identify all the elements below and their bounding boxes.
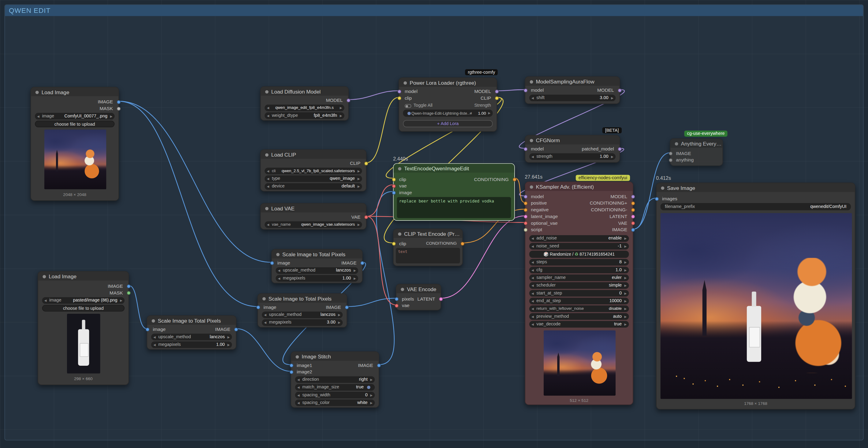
output-port-model[interactable] <box>631 194 635 198</box>
collapse-dot-icon[interactable] <box>661 187 664 190</box>
collapse-dot-icon[interactable] <box>152 319 155 323</box>
node-title-bar[interactable]: ModelSamplingAuraFlow <box>525 77 620 86</box>
node-load-clip[interactable]: Load CLIP CLIP ◀cliqwen_2.5_vl_7b_fp8_sc… <box>260 150 366 192</box>
collapse-dot-icon[interactable] <box>265 90 269 94</box>
next-arrow-icon[interactable]: ▶ <box>488 109 491 117</box>
input-port-negative[interactable] <box>524 207 527 212</box>
preview-method-widget[interactable]: ◀preview_methodauto▶ <box>529 313 629 320</box>
image-combo-widget[interactable]: ◀imagepasted/image (86).png▶ <box>42 297 125 304</box>
output-port-conditioning[interactable] <box>461 242 464 246</box>
device-widget[interactable]: ◀devicedefault▶ <box>265 183 362 190</box>
noise-seed-widget[interactable]: ◀noise_seed-1▶ <box>529 243 629 250</box>
prev-arrow-icon[interactable]: ◀ <box>267 104 269 111</box>
next-arrow-icon[interactable]: ▶ <box>624 290 627 297</box>
input-port-clip[interactable] <box>397 96 401 100</box>
upscale-method-widget[interactable]: ◀upscale_methodlanczos▶ <box>276 267 358 274</box>
next-arrow-icon[interactable]: ▶ <box>338 319 341 326</box>
prev-arrow-icon[interactable]: ◀ <box>278 275 280 282</box>
output-port-image[interactable] <box>360 261 364 265</box>
node-title-bar[interactable]: CLIP Text Encode (Pr… <box>394 229 462 238</box>
output-port-latent[interactable] <box>631 214 635 218</box>
collapse-dot-icon[interactable] <box>530 80 533 84</box>
toggle-dot-icon[interactable] <box>367 386 371 389</box>
output-port-image[interactable] <box>377 363 381 367</box>
output-port-latent[interactable] <box>439 297 443 301</box>
input-port-optional-vae[interactable] <box>524 221 527 225</box>
collapse-dot-icon[interactable] <box>404 81 407 85</box>
group-header[interactable]: QWEN EDIT <box>5 5 863 16</box>
output-port-clip[interactable] <box>364 161 368 165</box>
input-port-clip[interactable] <box>392 178 396 181</box>
next-arrow-icon[interactable]: ▶ <box>120 297 122 304</box>
prev-arrow-icon[interactable]: ◀ <box>278 267 280 274</box>
input-port-script[interactable] <box>524 228 527 232</box>
prev-arrow-icon[interactable]: ◀ <box>531 259 534 266</box>
next-arrow-icon[interactable]: ▶ <box>370 399 373 406</box>
next-arrow-icon[interactable]: ▶ <box>227 341 230 348</box>
node-clip-text-encode[interactable]: CLIP Text Encode (Pr… clipCONDITIONING t… <box>393 228 463 266</box>
prev-arrow-icon[interactable]: ◀ <box>531 235 534 242</box>
node-title-bar[interactable]: Scale Image to Total Pixels <box>147 316 236 325</box>
node-title-bar[interactable]: TextEncodeQwenImageEdit <box>394 164 514 173</box>
node-title-bar[interactable]: Image Stitch <box>291 352 379 361</box>
collapse-dot-icon[interactable] <box>296 355 299 359</box>
output-port-clip[interactable] <box>495 96 499 100</box>
next-arrow-icon[interactable]: ▶ <box>358 221 360 228</box>
choose-file-button[interactable]: choose file to upload <box>42 305 125 312</box>
next-arrow-icon[interactable]: ▶ <box>624 282 627 289</box>
node-graph-canvas[interactable]: QWEN EDIT 2.440s 27.641s 0.412s rgthree-… <box>0 0 868 448</box>
prev-arrow-icon[interactable]: ◀ <box>531 153 534 160</box>
lora-enabled-toggle[interactable] <box>407 111 411 115</box>
input-port-model[interactable] <box>524 88 527 92</box>
match-image-size-toggle[interactable]: ◀match_image_sizetrue <box>295 384 375 391</box>
next-arrow-icon[interactable]: ▶ <box>358 168 360 174</box>
output-port-conditioning-minus[interactable] <box>631 207 635 212</box>
vae-name-widget[interactable]: ◀vae_nameqwen_image_vae.safetensors▶ <box>265 221 362 228</box>
node-vae-encode[interactable]: VAE Encode pixels LATENT vae <box>396 284 441 310</box>
filename-prefix-widget[interactable]: filename_prefixqwenedit/ComfyUI <box>660 203 851 211</box>
collapse-dot-icon[interactable] <box>42 275 46 278</box>
node-scale-small[interactable]: Scale Image to Total Pixels imageIMAGE ◀… <box>271 249 363 283</box>
input-port-image[interactable] <box>669 151 673 155</box>
node-scale-vodka[interactable]: Scale Image to Total Pixels imageIMAGE ◀… <box>147 315 236 350</box>
prev-arrow-icon[interactable]: ◀ <box>267 175 269 182</box>
next-arrow-icon[interactable]: ▶ <box>354 275 356 282</box>
next-arrow-icon[interactable]: ▶ <box>358 183 360 190</box>
direction-widget[interactable]: ◀directionright▶ <box>295 376 375 383</box>
cfg-widget[interactable]: ◀cfg1.0▶ <box>529 267 629 274</box>
collapse-dot-icon[interactable] <box>35 91 39 94</box>
prev-arrow-icon[interactable]: ◀ <box>531 321 534 327</box>
input-port-anything[interactable] <box>669 158 673 162</box>
seed-randomize-button[interactable]: 🎲 Randomize / ♻ 871741951654241 <box>529 251 629 258</box>
next-arrow-icon[interactable]: ▶ <box>611 153 614 160</box>
output-port-conditioning[interactable] <box>513 178 517 181</box>
next-arrow-icon[interactable]: ▶ <box>370 392 373 398</box>
strength-widget[interactable]: ◀strength1.00▶ <box>529 153 616 160</box>
collapse-dot-icon[interactable] <box>398 232 401 236</box>
node-title-bar[interactable]: CFGNorm <box>525 135 620 145</box>
node-title-bar[interactable]: Load Image <box>38 271 128 280</box>
node-model-sampling-auraflow[interactable]: ModelSamplingAuraFlow modelMODEL ◀shift3… <box>525 76 620 104</box>
node-scale-big[interactable]: Scale Image to Total Pixels imageIMAGE ◀… <box>257 293 347 327</box>
output-port-mask[interactable] <box>126 291 130 295</box>
node-title-bar[interactable]: Scale Image to Total Pixels <box>258 294 347 303</box>
output-port-image[interactable] <box>234 327 238 331</box>
input-port-images[interactable] <box>655 197 659 201</box>
node-title-bar[interactable]: Save Image <box>657 183 855 192</box>
clip-name-widget[interactable]: ◀cliqwen_2.5_vl_7b_fp8_scaled.safetensor… <box>265 168 362 174</box>
shift-widget[interactable]: ◀shift3.00▶ <box>529 95 616 101</box>
prev-arrow-icon[interactable]: ◀ <box>153 333 156 340</box>
prev-arrow-icon[interactable]: ◀ <box>44 297 47 304</box>
image-combo-widget[interactable]: ◀imageComfyUI_00077_.png▶ <box>35 113 115 120</box>
next-arrow-icon[interactable]: ▶ <box>338 312 341 318</box>
node-title-bar[interactable]: Anything Every… <box>670 139 722 148</box>
steps-widget[interactable]: ◀steps8▶ <box>529 259 629 266</box>
collapse-dot-icon[interactable] <box>675 142 678 146</box>
input-port-positive[interactable] <box>524 201 527 205</box>
node-load-vae[interactable]: Load VAE VAE ◀vae_nameqwen_image_vae.saf… <box>260 203 366 230</box>
output-port-mask[interactable] <box>117 106 121 110</box>
prev-arrow-icon[interactable]: ◀ <box>267 183 269 190</box>
node-title-bar[interactable]: Load Image <box>31 88 118 96</box>
input-port-image[interactable] <box>270 261 274 265</box>
collapse-dot-icon[interactable] <box>262 297 266 300</box>
